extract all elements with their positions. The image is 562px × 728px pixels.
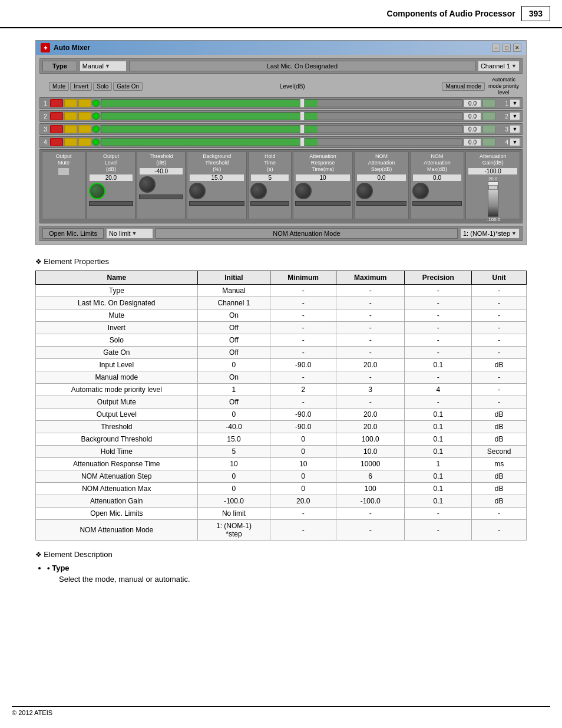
table-row: Gate OnOff---- xyxy=(36,346,527,358)
ch3-mode-btn[interactable] xyxy=(482,125,495,133)
table-row: Input Level0-90.020.00.1dB xyxy=(36,358,527,371)
col-unit: Unit xyxy=(472,271,527,284)
ch2-fader-knob[interactable] xyxy=(300,111,305,121)
invert-button[interactable]: Invert xyxy=(70,82,92,91)
no-limit-dropdown[interactable]: No limit ▼ xyxy=(106,228,153,239)
table-cell: - xyxy=(270,507,336,519)
nom-step-knob[interactable] xyxy=(356,183,373,199)
footer-text: © 2012 ATEÏS xyxy=(12,709,52,716)
table-cell: 0.1 xyxy=(405,358,472,371)
nom-max-knob[interactable] xyxy=(412,183,429,199)
ch3-fader[interactable] xyxy=(101,125,462,133)
ch4-invert-btn[interactable] xyxy=(64,138,77,146)
table-cell: - xyxy=(405,346,472,358)
atten-gain-label: AttenuationGain(dB) xyxy=(468,153,518,166)
table-cell: Open Mic. Limits xyxy=(36,507,198,519)
atten-gain-thumb[interactable] xyxy=(488,185,498,190)
atten-response-knob[interactable] xyxy=(295,183,312,199)
nom-mode-value: 1: (NOM-1)*step xyxy=(463,230,510,237)
table-cell: - xyxy=(405,507,472,519)
ch3-mute-btn[interactable] xyxy=(50,125,63,133)
gate-on-button[interactable]: Gate On xyxy=(113,82,143,91)
ch1-level-val: 0.0 xyxy=(464,100,481,107)
channel-value: Channel 1 xyxy=(481,62,510,70)
output-mute-btn[interactable] xyxy=(58,167,70,176)
table-cell: Background Threshold xyxy=(36,433,198,445)
ch4-priority-dropdown[interactable]: ▼ xyxy=(510,138,520,146)
table-row: Attenuation Response Time1010100001ms xyxy=(36,457,527,470)
ch4-level-val: 0.0 xyxy=(464,139,481,146)
ch1-priority-dropdown[interactable]: ▼ xyxy=(510,99,520,107)
threshold-slider[interactable] xyxy=(139,195,183,199)
nom-step-slider[interactable] xyxy=(356,201,406,206)
table-cell: 20.0 xyxy=(336,358,405,371)
col-initial: Initial xyxy=(197,271,270,284)
table-row: InvertOff---- xyxy=(36,321,527,334)
table-cell: 0.1 xyxy=(405,433,472,445)
close-button[interactable]: ✕ xyxy=(513,44,521,52)
widget-titlebar: ✦ Auto Mixer – □ ✕ xyxy=(36,41,526,55)
ch3-gate-light xyxy=(92,126,100,133)
mute-button[interactable]: Mute xyxy=(49,82,69,91)
atten-gain-block: AttenuationGain(dB) -100.0 20.0 -100.0 xyxy=(465,151,520,219)
table-cell: - xyxy=(336,297,405,309)
ch2-solo-btn[interactable] xyxy=(78,112,91,120)
solo-button[interactable]: Solo xyxy=(93,82,112,91)
ch3-solo-btn[interactable] xyxy=(78,125,91,133)
table-row: Last Mic. On DesignatedChannel 1---- xyxy=(36,297,527,309)
bg-threshold-slider[interactable] xyxy=(189,201,244,206)
ch3-invert-btn[interactable] xyxy=(64,125,77,133)
channel-dropdown[interactable]: Channel 1 ▼ xyxy=(478,61,520,71)
ch1-fader-knob[interactable] xyxy=(300,98,305,108)
table-cell: 1 xyxy=(197,383,270,396)
table-cell: - xyxy=(336,334,405,346)
threshold-knob[interactable] xyxy=(139,176,156,193)
nom-mode-dropdown[interactable]: 1: (NOM-1)*step ▼ xyxy=(460,228,520,239)
col-minimum: Minimum xyxy=(270,271,336,284)
ch2-fader[interactable] xyxy=(101,112,462,120)
element-properties-section-label: Element Properties xyxy=(35,257,527,266)
table-cell: Automatic mode priority level xyxy=(36,383,198,396)
manual-mode-button[interactable]: Manual mode xyxy=(442,82,485,91)
widget-controls[interactable]: – □ ✕ xyxy=(492,44,521,52)
nom-max-slider[interactable] xyxy=(412,201,462,206)
ch3-priority-dropdown[interactable]: ▼ xyxy=(510,125,520,133)
ch1-solo-btn[interactable] xyxy=(78,99,91,107)
atten-gain-vert-slider[interactable] xyxy=(488,182,498,217)
table-cell: - xyxy=(270,334,336,346)
table-cell: Output Mute xyxy=(36,396,198,408)
hold-time-slider[interactable] xyxy=(250,201,289,206)
ch4-fader-knob[interactable] xyxy=(300,137,305,147)
minimize-button[interactable]: – xyxy=(492,44,500,52)
ch4-solo-btn[interactable] xyxy=(78,138,91,146)
table-cell: - xyxy=(472,383,527,396)
ch3-fader-knob[interactable] xyxy=(300,124,305,134)
manual-dropdown[interactable]: Manual ▼ xyxy=(80,61,127,71)
ch4-mute-btn[interactable] xyxy=(50,138,63,146)
maximize-button[interactable]: □ xyxy=(503,44,511,52)
bg-threshold-knob[interactable] xyxy=(189,183,206,199)
ch2-mode-btn[interactable] xyxy=(482,112,495,120)
output-level-slider[interactable] xyxy=(89,201,133,206)
ch4-fader[interactable] xyxy=(101,138,462,146)
ch4-mode-btn[interactable] xyxy=(482,138,495,146)
type-bullet-label: Type xyxy=(52,564,69,572)
ch2-invert-btn[interactable] xyxy=(64,112,77,120)
ch2-mute-btn[interactable] xyxy=(50,112,63,120)
ch1-fader[interactable] xyxy=(101,99,462,107)
ch3-level-val: 0.0 xyxy=(464,126,481,133)
hold-time-knob[interactable] xyxy=(250,183,267,199)
table-row: TypeManual---- xyxy=(36,284,527,297)
table-cell: 5 xyxy=(197,445,270,457)
nom-max-value: 0.0 xyxy=(412,174,462,182)
table-cell: dB xyxy=(472,482,527,495)
table-cell: 10 xyxy=(270,457,336,470)
ch1-invert-btn[interactable] xyxy=(64,99,77,107)
table-cell: - xyxy=(336,346,405,358)
output-level-knob[interactable] xyxy=(89,183,105,199)
ch1-mode-btn[interactable] xyxy=(482,99,495,107)
atten-response-slider[interactable] xyxy=(295,201,351,206)
table-cell: - xyxy=(472,371,527,383)
ch1-mute-btn[interactable] xyxy=(50,99,63,107)
ch2-priority-dropdown[interactable]: ▼ xyxy=(510,112,520,120)
